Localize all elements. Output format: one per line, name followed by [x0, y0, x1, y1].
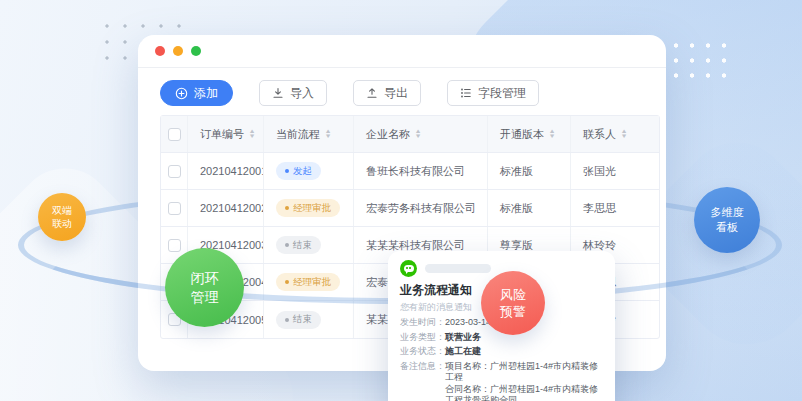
table-row[interactable]: 20210412001 发起 鲁班长科技有限公司 标准版 张国光	[161, 153, 659, 190]
export-button-label: 导出	[384, 85, 408, 102]
sort-icon[interactable]: ▲▼	[415, 129, 421, 139]
header-contact: 联系人	[583, 127, 616, 142]
sort-icon[interactable]: ▲▼	[549, 129, 555, 139]
feature-circle-closed-loop: 闭环 管理	[165, 248, 244, 327]
remark-line-1: 项目名称：广州碧桂园1-4#市内精装修工程	[445, 361, 598, 383]
status-dot-icon	[285, 318, 289, 322]
window-maximize-button[interactable]	[191, 46, 201, 56]
row-checkbox[interactable]	[168, 165, 181, 178]
feature-circle-dual-link: 双端 联动	[38, 193, 86, 241]
notification-remark: 备注信息： 项目名称：广州碧桂园1-4#市内精装修工程 合同名称：广州碧桂园1-…	[400, 361, 603, 401]
contact: 张国光	[583, 164, 616, 179]
status-badge: 结束	[276, 311, 321, 329]
wechat-icon	[400, 260, 417, 277]
toolbar: 添加 导入 导出 字段管理	[138, 68, 666, 106]
sort-icon[interactable]: ▲▼	[621, 129, 627, 139]
list-settings-icon	[460, 87, 472, 99]
header-company: 企业名称	[366, 127, 410, 142]
remark-line-2: 合同名称：广州碧桂园1-4#市内精装修工程龙骨采购合同	[445, 384, 598, 401]
header-order-no: 订单编号	[200, 127, 244, 142]
window-titlebar	[138, 35, 666, 68]
add-button-label: 添加	[194, 85, 218, 102]
sort-icon[interactable]: ▲▼	[249, 129, 255, 139]
sort-icon[interactable]: ▲▼	[325, 129, 331, 139]
window-minimize-button[interactable]	[173, 46, 183, 56]
plus-circle-icon	[175, 87, 188, 100]
feature-circle-multi-dashboard: 多维度 看板	[694, 187, 760, 253]
header-version: 开通版本	[500, 127, 544, 142]
table-header-row: 订单编号▲▼ 当前流程▲▼ 企业名称▲▼ 开通版本▲▼ 联系人▲▼	[161, 116, 659, 153]
status-dot-icon	[285, 169, 289, 173]
order-no: 20210412001	[200, 165, 264, 177]
dot-grid-right	[668, 38, 734, 82]
upload-icon	[366, 87, 378, 99]
notification-field: 业务状态： 施工在建	[400, 346, 603, 358]
add-button[interactable]: 添加	[160, 80, 233, 106]
window-close-button[interactable]	[155, 46, 165, 56]
download-icon	[272, 87, 284, 99]
field-manage-button-label: 字段管理	[478, 85, 526, 102]
header-process: 当前流程	[276, 127, 320, 142]
field-manage-button[interactable]: 字段管理	[447, 80, 539, 106]
import-button[interactable]: 导入	[259, 80, 327, 106]
company-name: 鲁班长科技有限公司	[366, 164, 465, 179]
export-button[interactable]: 导出	[353, 80, 421, 106]
placeholder-pill	[425, 264, 491, 273]
status-badge: 发起	[276, 162, 321, 180]
import-button-label: 导入	[290, 85, 314, 102]
feature-circle-risk-warning: 风险 预警	[481, 271, 545, 335]
select-all-checkbox[interactable]	[168, 128, 181, 141]
version: 标准版	[500, 164, 533, 179]
